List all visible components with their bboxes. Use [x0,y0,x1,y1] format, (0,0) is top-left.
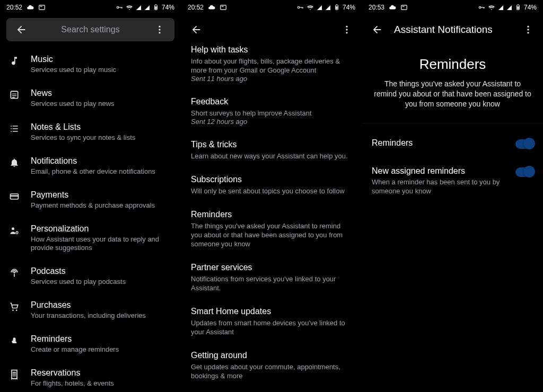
battery-percent: 74% [343,4,355,11]
news-icon [7,88,21,100]
status-bar: 20:52 74% [181,0,362,15]
toggles-list: Reminders New assigned reminders When a … [362,123,543,210]
battery-icon [153,4,159,11]
settings-item-list[interactable]: Notes & Lists Services to sync your note… [5,115,176,149]
signal-icon [136,5,142,11]
settings-item-bell[interactable]: Notifications Email, phone & other devic… [5,149,176,183]
settings-item-finger[interactable]: Reminders Create or manage reminders [5,327,176,361]
status-bar: 20:53 74% [362,0,543,15]
back-button[interactable] [366,19,388,40]
category-sent-time: Sent 11 hours ago [191,75,352,83]
card-icon [7,190,21,202]
settings-item-title: Purchases [31,300,173,310]
settings-item-title: Notifications [31,156,173,166]
category-title: Tips & tricks [191,139,352,150]
back-button[interactable] [11,19,32,40]
settings-item-person-gear[interactable]: Personalization How Assistant uses your … [5,217,176,260]
cart-icon [7,300,21,312]
category-title: Getting around [191,350,352,361]
category-description: Updates from smart home devices you've l… [191,318,352,336]
back-button[interactable] [186,19,207,40]
overflow-button[interactable] [149,19,170,40]
toggle-row[interactable]: Reminders [372,130,533,158]
category-title: Reminders [191,209,352,220]
categories-list[interactable]: Help with tasks Info about your flights,… [181,44,362,392]
category-title: Subscriptions [191,174,352,185]
category-item[interactable]: Partner services Notifications from serv… [191,256,352,300]
settings-item-podcast[interactable]: Podcasts Services used to play podcasts [5,260,176,293]
status-time: 20:52 [6,4,22,11]
overflow-button[interactable] [518,19,539,40]
category-title: Smart Home updates [191,306,352,317]
bell-icon [7,156,21,168]
settings-item-cart[interactable]: Purchases Your transactions, including d… [5,293,176,327]
battery-percent: 74% [524,4,537,11]
category-description: The things you've asked your Assistant t… [191,221,352,248]
overflow-button[interactable] [336,19,357,40]
appbar: Assistant Notifications [362,15,543,44]
settings-item-subtitle: Services used to play news [31,100,173,108]
toggle-title: New assigned reminders [372,166,508,176]
category-item[interactable]: Reminders The things you've asked your A… [191,203,352,256]
wifi-icon [126,4,133,11]
signal-icon [144,5,150,11]
settings-item-music[interactable]: Music Services used to play music [5,48,176,82]
battery-icon [515,4,521,11]
settings-item-subtitle: Payment methods & purchase approvals [31,201,173,210]
today-icon [400,4,408,11]
wifi-icon [306,4,314,11]
screen-notification-categories: 20:52 74% Help with tasks [181,0,362,392]
category-item[interactable]: Tips & tricks Learn about new ways your … [191,133,352,168]
settings-item-title: News [31,88,173,99]
settings-item-card[interactable]: Payments Payment methods & purchase appr… [5,183,176,217]
cloud-icon [27,4,34,11]
more-vert-icon [523,24,533,35]
toggle-title: Reminders [372,138,508,148]
settings-item-subtitle: Email, phone & other device notification… [31,167,173,176]
settings-item-subtitle: Your transactions, including deliveries [31,311,173,320]
screen-reminders: 20:53 74% Assistant Notifications [362,0,543,392]
toggle-row[interactable]: New assigned reminders When a reminder h… [372,158,533,204]
cloud-icon [208,4,215,11]
category-item[interactable]: Feedback Short surveys to help improve A… [191,90,352,133]
category-item[interactable]: Getting around Get updates about your co… [191,344,352,388]
signal-icon [325,5,331,11]
category-description: Notifications from services you've linke… [191,274,352,292]
cloud-icon [389,4,396,11]
search-bar[interactable]: Search settings [6,18,174,41]
settings-item-subtitle: Services used to play podcasts [31,278,173,286]
category-title: Help with tasks [191,44,352,55]
finger-icon [7,334,21,346]
settings-item-receipt[interactable]: Reservations For flights, hotels, & even… [5,361,176,392]
search-input[interactable]: Search settings [32,25,149,34]
today-icon [38,4,46,11]
settings-list[interactable]: Music Services used to play music News S… [0,44,181,392]
category-description: Learn about new ways your Assistant can … [191,152,352,161]
settings-item-title: Reservations [31,368,173,378]
category-item[interactable]: Help with tasks Info about your flights,… [191,44,352,90]
today-icon [220,4,227,11]
toggle-description: When a reminder has been sent to you by … [372,177,508,195]
signal-icon [506,5,512,11]
signal-icon [317,5,322,11]
arrow-back-icon [190,24,202,35]
signal-icon [498,5,504,11]
vpn-key-icon [296,4,304,11]
hero-section: Reminders The things you've asked your A… [362,44,543,123]
category-item[interactable]: Subscriptions Will only be sent about to… [191,168,352,203]
status-bar: 20:52 74% [0,0,181,15]
category-item[interactable]: Smart Home updates Updates from smart ho… [191,300,352,344]
settings-item-subtitle: Services to sync your notes & lists [31,133,173,142]
settings-item-title: Podcasts [31,266,173,277]
toggle-switch[interactable] [515,139,533,149]
category-description: Will only be sent about topics you choos… [191,186,352,195]
search-appbar: Search settings [0,15,181,44]
settings-item-news[interactable]: News Services used to play news [5,82,176,115]
settings-item-subtitle: How Assistant uses your data to reply an… [31,235,173,252]
settings-item-title: Personalization [31,224,173,234]
toggle-switch[interactable] [515,167,533,177]
arrow-back-icon [371,24,383,35]
hero-title: Reminders [373,56,532,73]
status-time: 20:53 [369,4,384,11]
settings-item-subtitle: For flights, hotels, & events [31,379,173,388]
